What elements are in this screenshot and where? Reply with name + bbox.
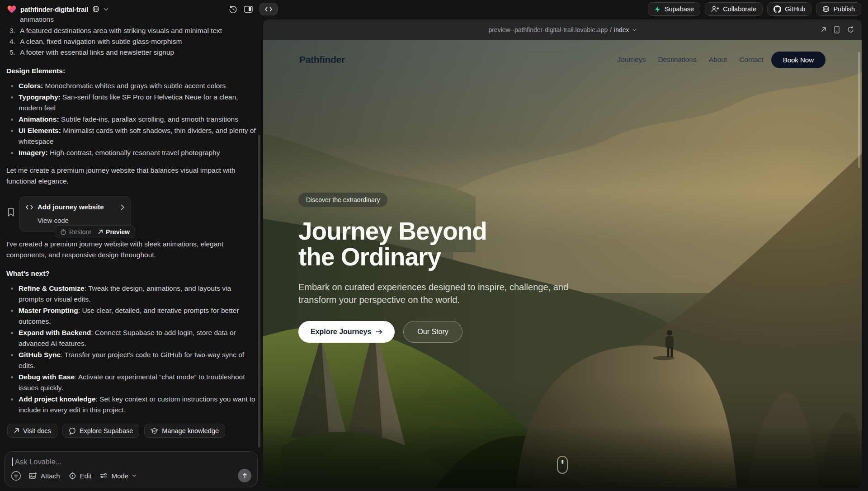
github-button[interactable]: GitHub: [767, 2, 811, 16]
manage-knowledge-button[interactable]: Manage knowledge: [144, 424, 225, 438]
supabase-bolt-icon: [654, 6, 661, 13]
quick-actions: Visit docs Explore Supabase Manage knowl…: [7, 424, 256, 438]
list-item: GitHub Sync: Transfer your project's cod…: [6, 349, 256, 371]
code-view-icon[interactable]: [259, 3, 278, 15]
supabase-button[interactable]: Supabase: [648, 2, 700, 16]
edit-target-icon: [69, 472, 76, 480]
view-code-link[interactable]: View code: [38, 215, 124, 226]
hero-badge: Discover the extraordinary: [298, 193, 387, 207]
list-item: 5.A footer with essential links and news…: [6, 47, 256, 58]
preview-domain: preview--pathfinder-digital-trail.lovabl…: [488, 26, 608, 33]
lovable-heart-icon: [7, 5, 16, 14]
site-nav-links: Journeys Destinations About Contact: [617, 56, 763, 64]
refresh-icon[interactable]: [847, 26, 854, 33]
nav-link-about[interactable]: About: [709, 56, 727, 63]
collaborate-button[interactable]: Collaborate: [705, 2, 763, 16]
site-logo[interactable]: Pathfinder: [299, 54, 345, 65]
whats-next-heading: What's next?: [6, 268, 256, 279]
preview-panel: preview--pathfinder-digital-trail.lovabl…: [263, 19, 862, 488]
collaborate-people-icon: [711, 5, 719, 13]
chevron-down-icon[interactable]: [632, 28, 637, 31]
edit-button[interactable]: Edit: [69, 472, 92, 480]
project-menu[interactable]: pathfinder-digital-trail: [7, 0, 108, 18]
preview-scrollbar[interactable]: [858, 52, 860, 168]
add-button[interactable]: [11, 471, 21, 481]
nav-link-contact[interactable]: Contact: [739, 56, 763, 63]
panel-toggle-icon[interactable]: [244, 5, 253, 13]
our-story-button[interactable]: Our Story: [403, 321, 462, 343]
code-card-title: Add journey website: [38, 202, 116, 212]
supabase-label: Supabase: [665, 5, 694, 13]
chevron-right-icon[interactable]: [121, 204, 124, 210]
chat-input[interactable]: Ask Lovable...: [12, 458, 250, 466]
mouse-wheel-icon: [561, 460, 563, 464]
code-card-row: Add journey website View code Restore Pr…: [7, 196, 256, 232]
plus-circle-icon: [11, 471, 21, 481]
restore-icon: [60, 229, 66, 235]
design-elements-heading: Design Elements:: [6, 66, 256, 76]
top-bar: pathfinder-digital-trail Supabase: [0, 0, 868, 18]
project-title: pathfinder-digital-trail: [20, 5, 88, 13]
explore-supabase-button[interactable]: Explore Supabase: [62, 424, 140, 438]
hero-buttons: Explore Journeys Our Story: [298, 321, 592, 343]
mode-sliders-icon: [100, 472, 108, 479]
attach-image-icon: [29, 472, 37, 479]
hero-headline: Journey Beyond the Ordinary: [298, 218, 592, 270]
list-item: Debug with Ease: Activate our experiment…: [6, 372, 256, 393]
text-cursor: [12, 458, 13, 466]
code-icon: [26, 205, 33, 210]
list-item: 3.A featured destinations area with stri…: [6, 25, 256, 36]
nav-link-journeys[interactable]: Journeys: [617, 56, 646, 63]
bookmark-icon[interactable]: [7, 208, 14, 220]
preview-url[interactable]: preview--pathfinder-digital-trail.lovabl…: [488, 26, 636, 33]
whats-next-list: Refine & Customize: Tweak the design, an…: [6, 283, 256, 415]
composer-toolbar: Attach Edit Mode: [11, 469, 251, 482]
site-preview: Pathfinder Journeys Destinations About C…: [263, 40, 862, 488]
requirements-list: 3.A featured destinations area with stri…: [6, 25, 256, 58]
design-elements-list: Colors: Monochromatic whites and grays w…: [6, 80, 256, 158]
site-navbar: Pathfinder Journeys Destinations About C…: [263, 40, 862, 80]
arrow-right-icon: [376, 329, 382, 335]
chat-panel: animations 3.A featured destinations are…: [0, 18, 261, 491]
publish-button[interactable]: Publish: [816, 2, 861, 16]
preview-page: index: [614, 26, 629, 33]
list-item: UI Elements: Minimalist cards with soft …: [6, 125, 256, 147]
preview-toolbar: preview--pathfinder-digital-trail.lovabl…: [263, 19, 862, 40]
view-controls: [229, 0, 278, 18]
chat-bubble-icon: [69, 427, 76, 434]
chat-input-placeholder: Ask Lovable...: [15, 458, 62, 466]
assistant-paragraph: I've created a premium journey website w…: [6, 239, 256, 260]
open-external-icon[interactable]: [821, 27, 826, 33]
visit-docs-button[interactable]: Visit docs: [7, 424, 57, 438]
mobile-view-icon[interactable]: [834, 26, 840, 33]
arrow-up-icon: [242, 473, 248, 479]
history-icon[interactable]: [229, 5, 237, 14]
book-now-button[interactable]: Book Now: [771, 52, 826, 68]
collaborate-label: Collaborate: [723, 5, 756, 13]
chat-composer[interactable]: Ask Lovable... Attach Edit Mode: [5, 451, 258, 487]
published-globe-icon: [92, 5, 99, 13]
graduation-cap-icon: [151, 428, 158, 434]
github-label: GitHub: [785, 5, 805, 13]
list-item: Animations: Subtle fade-ins, parallax sc…: [6, 114, 256, 125]
preview-button[interactable]: Preview: [98, 227, 130, 237]
explore-journeys-button[interactable]: Explore Journeys: [298, 321, 395, 343]
code-change-card[interactable]: Add journey website View code Restore Pr…: [19, 196, 131, 232]
list-item: Expand with Backend: Connect Supabase to…: [6, 327, 256, 349]
list-item: Add project knowledge: Set key context o…: [6, 394, 256, 415]
chat-messages[interactable]: animations 3.A featured destinations are…: [0, 18, 261, 446]
nav-link-destinations[interactable]: Destinations: [658, 56, 696, 63]
lovable-app: pathfinder-digital-trail Supabase: [0, 0, 868, 491]
top-actions: Supabase Collaborate GitHub Publish: [648, 2, 861, 16]
project-chevron-down-icon[interactable]: [104, 8, 108, 11]
restore-button[interactable]: Restore: [60, 227, 91, 237]
chevron-down-icon: [132, 474, 137, 477]
list-item: Typography: San-serif fonts like SF Pro …: [6, 92, 256, 113]
send-button[interactable]: [238, 469, 251, 482]
list-item: Colors: Monochromatic whites and grays w…: [6, 80, 256, 91]
attach-button[interactable]: Attach: [29, 472, 60, 480]
preview-toolbar-icons: [821, 19, 854, 40]
hero-subtitle: Embark on curated experiences designed t…: [298, 281, 570, 306]
chat-scrollbar[interactable]: [258, 135, 260, 448]
mode-selector[interactable]: Mode: [100, 472, 137, 480]
